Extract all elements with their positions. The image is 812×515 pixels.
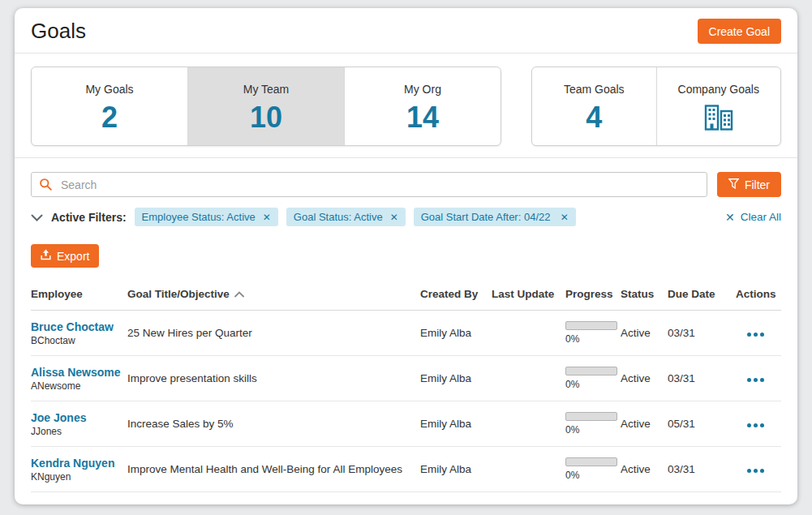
tab-label: My Team [188,83,344,96]
clear-all-button[interactable]: ✕ Clear All [725,211,781,223]
export-icon [41,249,51,263]
table-row: Kendra Nguyen KNguyen Improve Mental Hea… [31,447,781,492]
tab-my-org[interactable]: My Org 14 [344,67,501,145]
page-header: Goals Create Goal [15,8,797,54]
goal-title-cell: Improve Mental Health and Well-Being for… [127,463,420,475]
progress-cell: 0% [565,412,621,436]
filter-chip-label: Employee Status: Active [142,211,256,223]
actions-cell [736,327,781,339]
employee-username: ANewsome [31,380,121,392]
col-header-employee[interactable]: Employee [31,288,127,300]
row-actions-menu-button[interactable] [747,463,764,475]
active-filters-label: Active Filters: [51,211,127,224]
tab-count: 2 [32,102,187,133]
due-date-cell: 03/31 [668,463,736,475]
table-row: Joe Jones JJones Increase Sales by 5% Em… [31,401,781,447]
employee-username: JJones [31,426,121,437]
created-by-cell: Emily Alba [420,327,492,339]
employee-cell: Kendra Nguyen KNguyen [31,457,127,483]
create-goal-button[interactable]: Create Goal [698,19,781,44]
funnel-icon [728,178,739,191]
status-cell: Active [621,372,668,384]
employee-cell: Bruce Choctaw BChoctaw [31,320,127,346]
search-input[interactable] [31,172,707,197]
row-actions-menu-button[interactable] [747,418,764,430]
progress-bar [565,367,617,376]
goals-page-card: Goals Create Goal My Goals 2 My Team 10 … [15,8,797,504]
due-date-cell: 03/31 [668,327,736,339]
status-cell: Active [621,327,668,339]
employee-name-link[interactable]: Kendra Nguyen [31,457,121,470]
clear-all-label: Clear All [741,211,781,223]
created-by-cell: Emily Alba [420,372,492,384]
employee-name-link[interactable]: Bruce Choctaw [31,320,121,333]
employee-name-link[interactable]: Alissa Newsome [31,366,121,379]
col-header-status[interactable]: Status [621,288,668,300]
actions-cell [736,418,781,430]
tab-company-goals[interactable]: Company Goals [656,67,781,145]
filter-chip-goal-start-date: Goal Start Date After: 04/22 ✕ [414,208,576,226]
col-header-last-update[interactable]: Last Update [492,288,565,300]
chip-remove-icon[interactable]: ✕ [263,212,271,222]
employee-cell: Joe Jones JJones [31,411,127,437]
company-goals-tab-group: Team Goals 4 Company Goals [531,67,781,146]
employee-username: KNguyen [31,471,121,483]
filter-button-label: Filter [745,178,770,191]
employee-username: BChoctaw [31,335,121,346]
page-title: Goals [31,19,86,44]
actions-cell [736,372,781,384]
active-filters-bar: Active Filters: Employee Status: Active … [15,197,797,234]
tab-count: 4 [532,102,656,133]
goal-scope-section: My Goals 2 My Team 10 My Org 14 Team Goa… [15,54,797,158]
table-row: Alissa Newsome ANewsome Improve presenta… [31,356,781,401]
employee-cell: Alissa Newsome ANewsome [31,366,127,392]
export-section: Export [15,234,797,278]
tab-count: 14 [345,102,501,133]
goal-title-cell: Improve presentation skills [127,372,420,384]
row-actions-menu-button[interactable] [747,327,764,339]
due-date-cell: 03/31 [668,372,736,384]
employee-name-link[interactable]: Joe Jones [31,411,121,424]
export-button[interactable]: Export [31,244,99,268]
filter-chip-label: Goal Start Date After: 04/22 [421,211,551,223]
chip-remove-icon[interactable]: ✕ [561,212,569,222]
actions-cell [736,463,781,475]
clear-all-x-icon: ✕ [725,212,735,223]
progress-cell: 0% [565,321,621,345]
progress-bar [565,412,617,421]
col-header-label: Goal Title/Objective [127,288,230,300]
tab-label: My Goals [32,83,187,96]
goal-title-cell: Increase Sales by 5% [127,418,420,430]
export-button-label: Export [57,250,89,263]
progress-cell: 0% [565,457,621,481]
chip-remove-icon[interactable]: ✕ [390,212,398,222]
status-cell: Active [621,418,668,430]
table-header-row: Employee Goal Title/Objective Created By… [31,278,781,311]
chevron-down-icon[interactable] [31,211,43,224]
filter-button[interactable]: Filter [717,172,781,197]
table-row: Bruce Choctaw BChoctaw 25 New Hires per … [31,311,781,356]
tab-my-team[interactable]: My Team 10 [187,67,344,145]
tab-my-goals[interactable]: My Goals 2 [32,67,187,145]
search-icon [39,178,53,195]
row-actions-menu-button[interactable] [747,372,764,384]
filter-chip-goal-status: Goal Status: Active ✕ [286,208,406,226]
created-by-cell: Emily Alba [420,463,492,475]
tab-label: My Org [345,83,501,96]
progress-bar [565,457,617,466]
personal-goals-tab-group: My Goals 2 My Team 10 My Org 14 [31,67,501,146]
tab-team-goals[interactable]: Team Goals 4 [532,67,656,145]
tab-label: Company Goals [657,83,781,96]
col-header-goal-title[interactable]: Goal Title/Objective [127,288,420,300]
goals-table: Employee Goal Title/Objective Created By… [31,278,781,492]
status-cell: Active [621,463,668,475]
col-header-created-by[interactable]: Created By [420,288,492,300]
progress-label: 0% [565,424,614,436]
created-by-cell: Emily Alba [420,418,492,430]
search-section: Filter [15,158,797,197]
col-header-due-date[interactable]: Due Date [668,288,736,300]
progress-cell: 0% [565,367,621,390]
col-header-progress[interactable]: Progress [565,288,621,300]
goal-title-cell: 25 New Hires per Quarter [127,327,420,339]
progress-label: 0% [565,379,614,390]
